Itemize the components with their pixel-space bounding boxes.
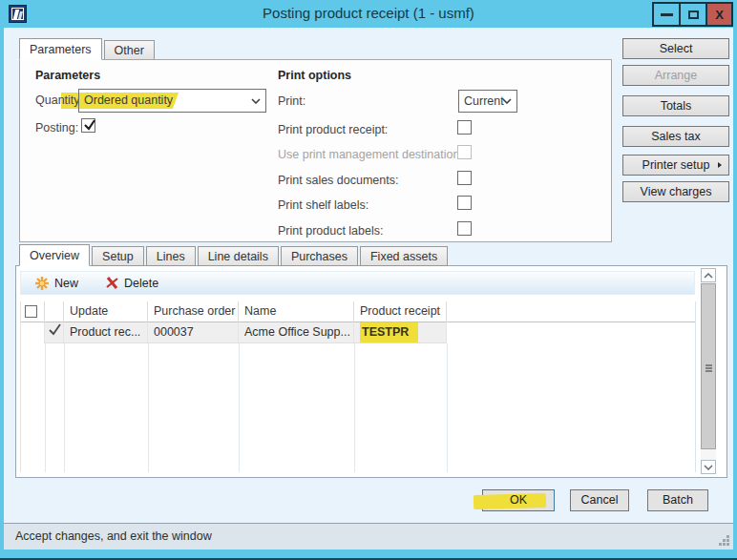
client-area: ParametersOther Parameters Quantity: Ord… [4, 28, 733, 550]
select-all-checkbox[interactable] [25, 305, 37, 318]
column-header-purchase-order[interactable]: Purchase order [148, 301, 239, 322]
row-marker-cell [45, 322, 64, 343]
cell-purchase-order[interactable]: 000037 [148, 322, 239, 343]
view-charges-button[interactable]: View charges [622, 181, 729, 202]
title-bar[interactable]: Posting product receipt (1 - usmf) X [0, 0, 737, 28]
product-receipt-value: TESTPR [360, 322, 418, 342]
status-bar: Accept changes, and exit the window [4, 523, 733, 550]
tab-other[interactable]: Other [104, 40, 155, 60]
tab-lines[interactable]: Lines [146, 246, 196, 266]
tab-line-details[interactable]: Line details [198, 246, 279, 266]
print-sales-documents-checkbox[interactable] [457, 171, 472, 185]
print-label: Print: [278, 94, 305, 108]
sales-tax-button[interactable]: Sales tax [622, 126, 729, 147]
overview-tab-content: New Delete Update Purchase order [15, 265, 727, 478]
posting-label: Posting: [35, 121, 78, 135]
check-icon [83, 118, 96, 132]
new-button[interactable]: New [34, 276, 78, 291]
select-button[interactable]: Select [622, 38, 729, 59]
row-select-cell[interactable] [20, 322, 45, 343]
column-header-filler [447, 301, 695, 322]
ok-button-label: OK [510, 493, 527, 507]
scroll-up-button[interactable] [701, 268, 716, 282]
tab-purchases[interactable]: Purchases [281, 246, 358, 266]
window-title: Posting product receipt (1 - usmf) [115, 0, 622, 28]
posting-checkbox[interactable] [81, 118, 95, 133]
use-print-management-label: Use print management destination: [278, 148, 463, 161]
grid-left-edge [20, 301, 21, 472]
print-product-receipt-label: Print product receipt: [278, 123, 388, 136]
cancel-button-label: Cancel [581, 493, 619, 507]
chevron-down-icon [251, 98, 261, 104]
print-product-receipt-checkbox[interactable] [457, 120, 472, 135]
grid-right-edge [695, 301, 696, 472]
print-sales-documents-label: Print sales documents: [278, 174, 398, 187]
print-dropdown[interactable]: Current [458, 90, 517, 113]
window-controls: X [654, 2, 733, 27]
tab-setup[interactable]: Setup [92, 246, 144, 266]
scroll-down-button[interactable] [701, 460, 716, 474]
submenu-arrow-icon [718, 162, 722, 168]
resize-grip[interactable] [726, 543, 729, 546]
grid-vertical-scrollbar[interactable] [701, 268, 716, 474]
close-icon: X [715, 8, 724, 22]
scrollbar-grip [705, 364, 712, 366]
delete-button[interactable]: Delete [105, 276, 158, 290]
batch-button-label: Batch [663, 493, 693, 507]
grid-column-separator [64, 343, 65, 472]
print-options-heading: Print options [278, 69, 351, 82]
tab-fixed-assets[interactable]: Fixed assets [360, 246, 448, 266]
lower-tab-strip: OverviewSetupLinesLine detailsPurchasesF… [19, 244, 450, 266]
grid-toolbar: New Delete [20, 271, 695, 295]
select-all-header-cell [20, 301, 45, 322]
scrollbar-thumb[interactable] [701, 283, 716, 449]
printer-setup-label: Printer setup [642, 158, 710, 172]
column-header-name[interactable]: Name [239, 301, 354, 322]
dynamics-ax-app-icon [9, 5, 27, 23]
grid-column-separator [447, 343, 448, 472]
status-text: Accept changes, and exit the window [15, 529, 212, 543]
close-button[interactable]: X [705, 2, 733, 27]
quantity-dropdown[interactable]: Ordered quantity [78, 89, 266, 113]
batch-button[interactable]: Batch [647, 489, 708, 511]
chevron-down-icon [704, 465, 713, 470]
printer-setup-button[interactable]: Printer setup [622, 155, 729, 176]
column-header-update[interactable]: Update [64, 301, 148, 322]
maximize-icon [688, 10, 699, 19]
print-shelf-labels-label: Print shelf labels: [278, 198, 368, 212]
delete-x-icon [105, 276, 119, 290]
arrange-button: Arrange [622, 65, 729, 86]
table-row[interactable]: Product rec... 000037 Acme Office Supp..… [20, 322, 695, 343]
row-marker-header-cell [45, 301, 64, 322]
use-print-management-checkbox [457, 145, 472, 159]
parameters-panel: Parameters Quantity: Ordered quantity Po… [19, 59, 612, 242]
maximize-button[interactable] [679, 2, 707, 27]
tab-overview[interactable]: Overview [19, 244, 90, 266]
delete-button-label: Delete [124, 277, 158, 290]
posting-product-receipt-window: Posting product receipt (1 - usmf) X Par… [0, 0, 737, 560]
cancel-button[interactable]: Cancel [570, 489, 629, 511]
parameters-heading: Parameters [35, 69, 100, 82]
cell-product-receipt[interactable]: TESTPR [354, 322, 447, 343]
minimize-button[interactable] [652, 2, 681, 27]
new-star-icon [34, 276, 50, 291]
grid-column-separator [45, 343, 46, 472]
print-product-labels-checkbox[interactable] [457, 221, 472, 236]
chevron-up-icon [704, 273, 713, 279]
cell-update[interactable]: Product rec... [64, 322, 148, 343]
column-header-product-receipt[interactable]: Product receipt [354, 301, 447, 322]
new-button-label: New [54, 277, 78, 290]
tab-parameters[interactable]: Parameters [19, 38, 102, 60]
grid-column-separator [148, 343, 149, 472]
print-shelf-labels-checkbox[interactable] [457, 196, 472, 210]
quantity-value: Ordered quantity [79, 93, 179, 109]
chevron-down-icon [502, 98, 512, 104]
minimize-icon [661, 13, 673, 16]
print-value: Current [459, 94, 504, 108]
print-product-labels-label: Print product labels: [278, 224, 383, 238]
grid-column-separator [239, 343, 240, 472]
cell-name[interactable]: Acme Office Supp... [239, 322, 354, 343]
row-checkmark-icon [48, 322, 62, 336]
grid-header-row: Update Purchase order Name Product recei… [20, 301, 695, 322]
totals-button[interactable]: Totals [622, 95, 729, 116]
